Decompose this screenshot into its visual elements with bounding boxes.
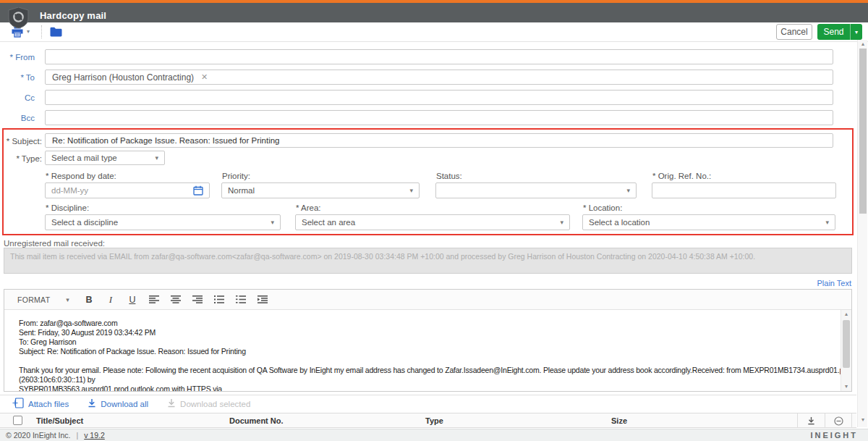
body-line: Subject: Re: Notification of Package Iss…: [19, 347, 840, 356]
attach-files-icon[interactable]: [12, 398, 24, 411]
editor-scrollbar-thumb[interactable]: [843, 320, 850, 368]
location-label: * Location:: [583, 203, 622, 212]
underline-button[interactable]: U: [122, 293, 143, 307]
toolbar-divider: [41, 25, 42, 38]
orig-ref-no-label: * Orig. Ref. No.:: [652, 172, 711, 180]
send-options-chevron-down-icon[interactable]: ▾: [850, 24, 862, 40]
area-value: Select an area: [302, 218, 355, 227]
bcc-field[interactable]: [45, 110, 833, 125]
align-left-icon[interactable]: [143, 293, 165, 307]
editor-toolbar: FORMAT ▾ B I U: [4, 290, 851, 310]
app-header: Hardcopy mail: [0, 3, 868, 22]
chevron-down-icon: ▾: [155, 154, 158, 161]
cc-field[interactable]: [45, 90, 833, 105]
mail-type-value: Select a mail type: [51, 154, 117, 162]
attachments-table-header: Title/Subject Document No. Type Size: [0, 413, 856, 428]
body-line: Sent: Friday, 30 August 2019 03:34:42 PM: [19, 328, 840, 337]
calendar-icon[interactable]: [193, 185, 203, 196]
align-right-icon[interactable]: [187, 293, 208, 307]
bulleted-list-icon[interactable]: [208, 293, 230, 307]
mail-body-editor: FORMAT ▾ B I U From: z: [4, 289, 852, 392]
select-all-checkbox[interactable]: [13, 416, 22, 425]
bcc-label: Bcc: [0, 114, 35, 122]
type-label: * Type:: [0, 154, 42, 163]
remove-recipient-close-icon[interactable]: ✕: [201, 72, 208, 82]
download-column-icon[interactable]: [797, 413, 825, 428]
body-line: [19, 356, 840, 366]
from-label: * From: [0, 53, 35, 62]
attach-files-button[interactable]: Attach files: [28, 400, 69, 408]
folder-icon[interactable]: [50, 27, 62, 40]
priority-select[interactable]: Normal ▾: [221, 182, 420, 198]
subject-field[interactable]: Re: Notification of Package Issue. Reaso…: [45, 133, 833, 148]
download-selected-button[interactable]: Download selected: [180, 400, 250, 408]
send-button-label[interactable]: Send: [817, 24, 850, 40]
chevron-down-icon: ▾: [626, 187, 630, 194]
status-select[interactable]: ▾: [435, 182, 637, 198]
indent-icon[interactable]: [252, 293, 273, 307]
column-document-no: Document No.: [229, 416, 284, 425]
respond-by-date-label: * Respond by date:: [46, 172, 116, 180]
unregistered-mail-textarea[interactable]: This mail item is received via EMAIL fro…: [4, 248, 852, 274]
hardcopy-mail-window: Hardcopy mail ▾ Cancel Send ▾ * From * T…: [0, 0, 868, 441]
scroll-down-icon[interactable]: ▾: [858, 416, 868, 424]
page-scrollbar-thumb[interactable]: [859, 49, 867, 214]
from-field[interactable]: [45, 49, 833, 64]
page-scrollbar[interactable]: ▴ ▾: [857, 40, 867, 427]
location-value: Select a location: [589, 218, 650, 227]
column-type: Type: [425, 416, 443, 425]
chevron-down-icon: ▾: [825, 219, 829, 226]
body-line: SYBPR01MB3563.ausprd01.prod.outlook.com …: [19, 385, 840, 391]
cc-label: Cc: [0, 93, 35, 102]
chevron-down-icon: ▾: [271, 219, 274, 226]
align-center-icon[interactable]: [165, 293, 187, 307]
priority-value: Normal: [228, 186, 255, 195]
attachments-toolbar: Attach files Download all Download selec…: [0, 395, 856, 413]
plain-text-link[interactable]: Plain Text: [707, 279, 851, 287]
format-chevron-down-icon[interactable]: ▾: [66, 296, 69, 303]
chevron-down-icon: ▾: [409, 187, 413, 194]
recipient-chip: Greg Harrison (Houston Contracting): [52, 72, 194, 83]
mail-type-select[interactable]: Select a mail type ▾: [45, 151, 165, 165]
download-selected-icon[interactable]: [167, 398, 176, 411]
scroll-up-icon[interactable]: ▴: [841, 310, 851, 319]
cancel-button[interactable]: Cancel: [776, 24, 812, 40]
version-link[interactable]: v 19.2: [84, 431, 105, 440]
scroll-up-icon[interactable]: ▴: [858, 40, 868, 49]
editor-body[interactable]: From: zafar@qa-software.com Sent: Friday…: [4, 310, 851, 391]
format-dropdown[interactable]: FORMAT: [17, 295, 50, 304]
respond-by-date-input[interactable]: dd-MM-yy: [45, 182, 210, 198]
unregistered-mail-label: Unregistered mail received:: [4, 239, 105, 248]
remove-column-minus-circle-icon[interactable]: [825, 413, 852, 428]
scroll-down-icon[interactable]: ▾: [841, 382, 851, 391]
body-line: Thank you for your email. Please note: F…: [19, 366, 840, 375]
copyright-text: © 2020 InEight Inc.: [6, 431, 70, 440]
download-all-icon[interactable]: [88, 398, 96, 411]
status-label: Status:: [436, 172, 462, 180]
bold-button[interactable]: B: [78, 293, 100, 307]
subject-value: Re: Notification of Package Issue. Reaso…: [52, 136, 280, 145]
download-all-button[interactable]: Download all: [101, 400, 148, 408]
italic-button[interactable]: I: [100, 293, 122, 307]
body-line: (2603:10c6:0:30::11) by: [19, 375, 840, 385]
respond-by-date-placeholder: dd-MM-yy: [51, 186, 88, 195]
app-footer: © 2020 InEight Inc. | v 19.2 INEIGHT: [0, 429, 868, 441]
area-label: * Area:: [296, 203, 321, 212]
body-line: To: Greg Harrison: [19, 337, 840, 347]
print-options-chevron-down-icon[interactable]: ▾: [27, 28, 30, 35]
ineight-wordmark: INEIGHT: [810, 431, 858, 440]
action-toolbar: [0, 22, 868, 42]
discipline-value: Select a discipline: [51, 218, 118, 227]
numbered-list-icon[interactable]: [230, 293, 252, 307]
orig-ref-no-input[interactable]: [652, 182, 836, 198]
to-field[interactable]: Greg Harrison (Houston Contracting) ✕: [45, 70, 833, 85]
column-title-subject: Title/Subject: [36, 416, 83, 425]
send-button[interactable]: Send ▾: [817, 24, 862, 40]
editor-scrollbar[interactable]: ▴ ▾: [841, 310, 851, 391]
location-select[interactable]: Select a location ▾: [582, 214, 835, 230]
discipline-select[interactable]: Select a discipline ▾: [45, 214, 281, 230]
area-select[interactable]: Select an area ▾: [295, 214, 570, 230]
page-title: Hardcopy mail: [40, 10, 106, 21]
priority-label: Priority:: [222, 172, 250, 180]
body-line: From: zafar@qa-software.com: [19, 319, 840, 328]
